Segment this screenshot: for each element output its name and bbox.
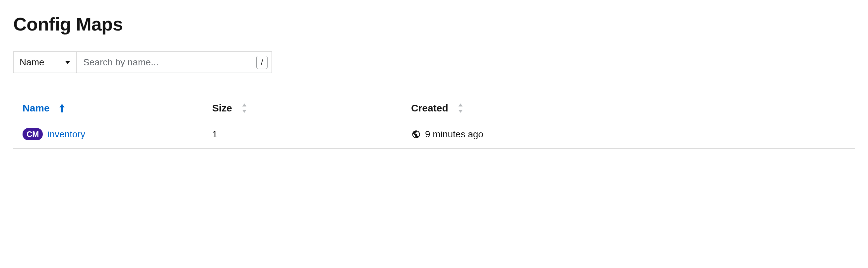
sort-ascending-icon — [59, 104, 65, 113]
globe-icon — [411, 129, 421, 139]
cell-size: 1 — [212, 129, 411, 140]
filter-type-label: Name — [20, 57, 44, 68]
filter-bar: Name / — [13, 52, 272, 73]
column-header-size[interactable]: Size — [212, 102, 411, 114]
configmaps-table: Name Size Created CM inventory 1 — [13, 96, 855, 149]
resource-badge: CM — [23, 128, 43, 140]
sort-icon — [458, 103, 464, 113]
caret-down-icon — [65, 61, 70, 64]
page-title: Config Maps — [13, 13, 855, 35]
column-label: Name — [23, 102, 50, 114]
keyboard-shortcut-badge: / — [256, 56, 268, 69]
column-label: Created — [411, 102, 448, 114]
sort-icon — [241, 103, 247, 113]
created-timestamp: 9 minutes ago — [425, 129, 484, 140]
resource-link[interactable]: inventory — [48, 129, 85, 140]
cell-created: 9 minutes ago — [411, 129, 855, 140]
column-header-name[interactable]: Name — [13, 102, 212, 114]
table-row: CM inventory 1 9 minutes ago — [13, 120, 855, 149]
cell-name: CM inventory — [13, 128, 212, 140]
column-header-created[interactable]: Created — [411, 102, 855, 114]
column-label: Size — [212, 102, 232, 114]
filter-type-dropdown[interactable]: Name — [13, 52, 76, 72]
search-input[interactable] — [83, 57, 256, 68]
table-header: Name Size Created — [13, 96, 855, 120]
search-wrapper: / — [76, 52, 272, 72]
